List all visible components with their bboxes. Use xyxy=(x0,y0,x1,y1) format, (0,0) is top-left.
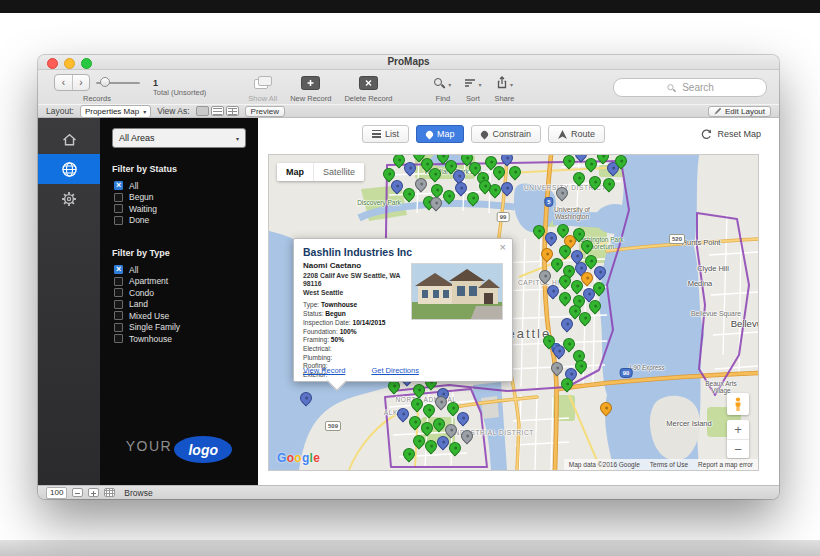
checkbox-icon[interactable] xyxy=(114,323,123,332)
tab-map[interactable]: Map xyxy=(416,125,465,143)
title-bar[interactable]: ProMaps xyxy=(38,55,779,70)
info-title: Bashlin Industries Inc xyxy=(303,246,503,258)
reset-map-button[interactable]: Reset Map xyxy=(697,125,765,143)
logo-blob: logo xyxy=(174,436,232,463)
view-as-group xyxy=(196,106,239,116)
layout-select[interactable]: Properties Map xyxy=(80,105,151,118)
map-pin[interactable] xyxy=(598,400,615,417)
checkbox-icon[interactable] xyxy=(114,204,123,213)
search-input[interactable]: Search xyxy=(613,78,767,97)
report-error-link[interactable]: Report a map error xyxy=(698,461,753,468)
map-pin-icon xyxy=(425,129,435,139)
zoom-window-button[interactable] xyxy=(81,58,92,69)
find-icon xyxy=(434,77,446,89)
bottom-strip xyxy=(0,540,820,556)
map-label: Bellevue Square xyxy=(691,310,741,317)
zoom-level[interactable]: 100 xyxy=(46,487,67,499)
filter-option-begun[interactable]: Begun xyxy=(114,192,246,204)
map-type-map-button[interactable]: Map xyxy=(277,163,313,181)
sidebar-item-settings[interactable] xyxy=(38,184,100,214)
filter-option-land[interactable]: Land xyxy=(114,299,246,311)
tab-list[interactable]: List xyxy=(362,125,409,143)
close-window-button[interactable] xyxy=(47,58,58,69)
view-list-icon[interactable] xyxy=(211,106,224,116)
filter-option-apartment[interactable]: Apartment xyxy=(114,276,246,288)
tab-constrain[interactable]: Constrain xyxy=(471,125,541,143)
pencil-icon xyxy=(714,107,722,115)
next-record-button[interactable] xyxy=(72,75,89,90)
pegman-icon xyxy=(732,397,744,412)
map-pin[interactable] xyxy=(507,164,524,181)
checkbox-icon[interactable] xyxy=(114,288,123,297)
info-field: Inspection Date: 10/14/2015 xyxy=(303,319,417,328)
map-zoom-out-button[interactable]: − xyxy=(727,439,749,458)
terms-link[interactable]: Terms of Use xyxy=(650,461,688,468)
chevron-down-icon xyxy=(448,75,451,90)
filter-option-done[interactable]: Done xyxy=(114,215,246,227)
map-type-satellite-button[interactable]: Satellite xyxy=(313,163,364,181)
map-pin[interactable] xyxy=(401,446,418,463)
preview-button[interactable]: Preview xyxy=(245,106,285,117)
tab-route[interactable]: Route xyxy=(548,125,605,143)
map-canvas[interactable]: Woodland Park ZooDiscovery ParkUNIVERSIT… xyxy=(268,154,759,471)
find-button[interactable]: Find xyxy=(434,72,451,103)
road-shield: 5 xyxy=(544,197,553,207)
filter-option-single-family[interactable]: Single Family xyxy=(114,322,246,334)
checkbox-icon[interactable] xyxy=(114,300,123,309)
share-button[interactable]: Share xyxy=(494,72,514,103)
view-record-link[interactable]: View Record xyxy=(303,366,345,375)
pegman-control[interactable] xyxy=(727,393,749,415)
map-type-control: Map Satellite xyxy=(277,163,364,181)
filter-option-all[interactable]: All xyxy=(114,264,246,276)
filter-option-condo[interactable]: Condo xyxy=(114,287,246,299)
sidebar-item-home[interactable] xyxy=(38,124,100,154)
map-label: Discovery Park xyxy=(357,199,401,206)
sort-button[interactable]: Sort xyxy=(464,72,481,103)
checkbox-icon[interactable] xyxy=(114,334,123,343)
slider-knob-icon[interactable] xyxy=(100,77,110,87)
filter-option-townhouse[interactable]: Townhouse xyxy=(114,333,246,345)
map-label: I-90 Express xyxy=(629,364,664,371)
edit-layout-button[interactable]: Edit Layout xyxy=(708,106,771,117)
checkbox-icon[interactable] xyxy=(114,311,123,320)
filter-option-all[interactable]: All xyxy=(114,180,246,192)
map-zoom-in-button[interactable]: + xyxy=(727,420,749,439)
view-mode-icon[interactable] xyxy=(104,488,115,497)
area-select-value: All Areas xyxy=(119,133,155,143)
delete-record-button[interactable]: Delete Record xyxy=(344,72,392,103)
checkbox-icon[interactable] xyxy=(114,277,123,286)
record-slider[interactable] xyxy=(96,75,140,90)
zoom-out-icon[interactable] xyxy=(72,488,83,497)
zoom-in-icon[interactable] xyxy=(88,488,99,497)
filter-option-waiting[interactable]: Waiting xyxy=(114,203,246,215)
map-pin[interactable] xyxy=(413,176,430,193)
checkbox-icon[interactable] xyxy=(114,193,123,202)
map-pin[interactable] xyxy=(549,360,566,377)
map-pin[interactable] xyxy=(298,390,315,407)
map-pin[interactable] xyxy=(401,186,418,203)
show-all-button[interactable]: Show All xyxy=(248,72,277,103)
map-label: University of Washington xyxy=(543,206,601,221)
view-tabs: List Map Constrain Route xyxy=(258,125,709,143)
area-select[interactable]: All Areas xyxy=(112,128,246,148)
map-pin[interactable] xyxy=(465,190,482,207)
previous-record-button[interactable] xyxy=(55,75,72,90)
map-pin[interactable] xyxy=(499,154,516,166)
info-window: × Bashlin Industries Inc Naomi Caetano 2… xyxy=(293,238,513,382)
new-record-button[interactable]: New Record xyxy=(290,72,331,103)
filter-option-label: Done xyxy=(129,215,149,225)
info-address: 2208 Calif Ave SW Seattle, WA 98116 xyxy=(303,272,415,289)
reset-icon xyxy=(701,129,712,140)
filter-option-mixed-use[interactable]: Mixed Use xyxy=(114,310,246,322)
checkbox-icon[interactable] xyxy=(114,216,123,225)
view-form-icon[interactable] xyxy=(196,106,209,116)
get-directions-link[interactable]: Get Directions xyxy=(371,366,419,375)
checkbox-icon[interactable] xyxy=(114,265,123,274)
road-shield: 520 xyxy=(669,234,685,244)
minimize-window-button[interactable] xyxy=(64,58,75,69)
sidebar-item-map[interactable] xyxy=(38,154,100,184)
map-pin[interactable] xyxy=(499,180,516,197)
close-icon[interactable]: × xyxy=(500,241,506,253)
checkbox-icon[interactable] xyxy=(114,181,123,190)
view-table-icon[interactable] xyxy=(226,106,239,116)
